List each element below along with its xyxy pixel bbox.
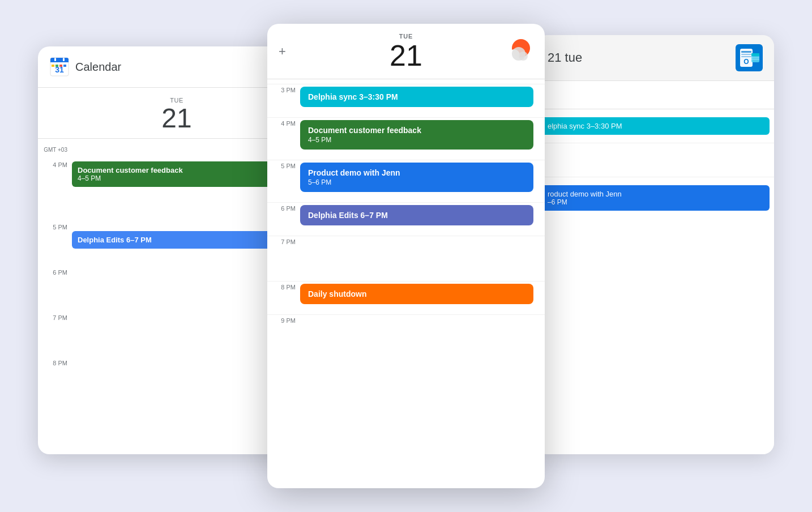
mid-sync-title: elphia sync 3–3:30 PM: [548, 122, 622, 130]
front-event-demo[interactable]: Product demo with Jenn 5–6 PM: [300, 163, 533, 192]
svg-rect-9: [59, 65, 62, 67]
time-slot-3pm: 3 PM: [267, 84, 300, 93]
front-card-body: 3 PM Delphia sync 3–3:30 PM 4 PM Documen…: [267, 79, 545, 481]
svg-rect-18: [751, 53, 759, 56]
time-slot-6pm: 6 PM: [267, 203, 300, 212]
svg-rect-15: [741, 56, 751, 57]
time-slot-7pm: 7 PM: [267, 236, 300, 245]
edits-title: Delphia Edits 6–7 PM: [308, 211, 525, 220]
time-slot-9pm: 9 PM: [267, 315, 300, 324]
outlook-logo-icon: O: [736, 44, 763, 71]
time-8pm: 8 PM: [38, 360, 72, 405]
back-time-column: GMT +03 4 PM 5 PM 6 PM 7 PM 8 PM: [38, 139, 72, 405]
main-calendar-card: + TUE 21 3 PM: [267, 24, 545, 488]
svg-rect-3: [50, 61, 69, 62]
feedback-time: 4–5 PM: [308, 136, 525, 144]
google-calendar-logo: 31: [49, 57, 70, 77]
mid-demo-time: –6 PM: [548, 198, 763, 206]
time-7pm: 7 PM: [38, 314, 72, 360]
mid-date-label: 21 tue: [548, 50, 582, 65]
mid-card-header: 21 tue O: [536, 35, 774, 81]
front-event-edits[interactable]: Delphia Edits 6–7 PM: [300, 205, 533, 225]
time-slot-4pm: 4 PM: [267, 118, 300, 127]
front-card-header: + TUE 21: [267, 24, 545, 79]
time-5pm: 5 PM: [38, 224, 72, 269]
gmt-label: GMT +03: [38, 144, 72, 161]
svg-text:O: O: [743, 58, 749, 66]
back-card-title: Calendar: [75, 61, 121, 74]
front-event-shutdown[interactable]: Daily shutdown: [300, 284, 533, 304]
time-4pm: 4 PM: [38, 161, 72, 224]
weather-svg: [504, 37, 533, 66]
feedback-title: Document customer feedback: [308, 126, 525, 135]
shutdown-title: Daily shutdown: [308, 289, 525, 298]
time-slot-5pm: 5 PM: [267, 160, 300, 169]
demo-time: 5–6 PM: [308, 178, 525, 186]
svg-rect-13: [741, 51, 751, 53]
front-day-num: 21: [279, 40, 533, 72]
mid-demo-title: roduct demo with Jenn: [548, 190, 763, 198]
svg-rect-7: [52, 65, 54, 67]
time-6pm: 6 PM: [38, 269, 72, 314]
svg-rect-10: [63, 65, 66, 67]
front-event-feedback[interactable]: Document customer feedback 4–5 PM: [300, 120, 533, 150]
add-event-button[interactable]: +: [279, 44, 286, 59]
sync-title: Delphia sync 3–3:30 PM: [308, 92, 525, 101]
svg-rect-14: [741, 54, 751, 55]
svg-rect-8: [55, 65, 58, 67]
svg-rect-6: [63, 58, 65, 61]
demo-title: Product demo with Jenn: [308, 168, 525, 177]
scene: 31 Calendar TUE 21 GMT +03 4 PM 5 PM 6 P…: [38, 24, 774, 488]
svg-rect-5: [54, 58, 56, 61]
svg-point-24: [519, 52, 528, 61]
mid-event-sync[interactable]: elphia sync 3–3:30 PM: [541, 117, 770, 135]
front-date: TUE 21: [279, 33, 533, 72]
mid-event-demo[interactable]: roduct demo with Jenn –6 PM: [541, 185, 770, 211]
outlook-calendar-card: 21 tue O elphia sync 3–3:30 PM: [536, 35, 774, 454]
front-event-sync[interactable]: Delphia sync 3–3:30 PM: [300, 87, 533, 107]
weather-icon: [504, 37, 533, 66]
mid-card-body: elphia sync 3–3:30 PM roduct demo with J…: [536, 81, 774, 454]
time-slot-8pm: 8 PM: [267, 281, 300, 291]
